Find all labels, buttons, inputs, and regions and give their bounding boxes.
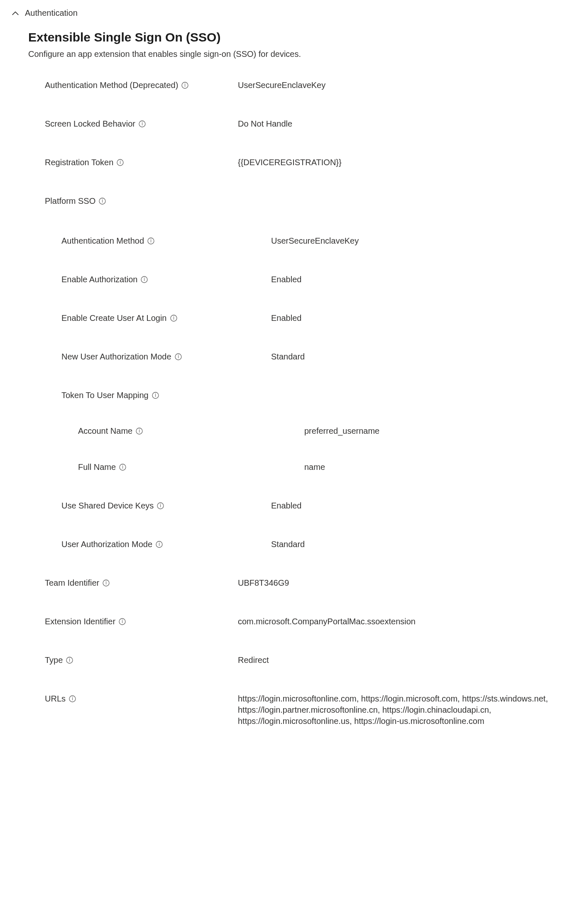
info-icon[interactable]: i <box>157 502 164 509</box>
info-icon[interactable]: i <box>66 657 73 664</box>
svg-text:i: i <box>139 428 140 434</box>
info-icon[interactable]: i <box>139 120 146 127</box>
svg-text:i: i <box>72 696 73 702</box>
info-icon[interactable]: i <box>141 276 148 283</box>
svg-text:i: i <box>142 121 143 127</box>
registration-token-value: {{DEVICEREGISTRATION}} <box>238 157 570 168</box>
info-icon[interactable]: i <box>117 159 124 166</box>
psso-token-to-user-mapping-label: Token To User Mapping <box>61 390 149 401</box>
svg-text:i: i <box>159 541 160 547</box>
svg-text:i: i <box>184 82 186 88</box>
psso-use-shared-device-keys-value: Enabled <box>271 500 570 511</box>
auth-method-deprecated-value: UserSecureEnclaveKey <box>238 80 570 91</box>
svg-text:i: i <box>173 315 174 321</box>
section-authentication-label: Authentication <box>25 8 78 18</box>
chevron-up-icon <box>12 10 19 17</box>
svg-text:i: i <box>105 580 107 586</box>
psso-enable-authorization-value: Enabled <box>271 274 570 285</box>
info-icon[interactable]: i <box>170 315 177 322</box>
team-identifier-label: Team Identifier <box>45 577 99 588</box>
psso-user-authorization-mode-label: User Authorization Mode <box>61 539 152 550</box>
ttum-full-name-label: Full Name <box>78 462 116 472</box>
page-description: Configure an app extension that enables … <box>28 49 570 59</box>
platform-sso-label: Platform SSO <box>45 196 95 206</box>
psso-enable-create-user-label: Enable Create User At Login <box>61 313 167 323</box>
svg-text:i: i <box>160 503 161 508</box>
psso-new-user-auth-mode-value: Standard <box>271 351 570 362</box>
info-icon[interactable]: i <box>152 392 159 399</box>
urls-value: https://login.microsoftonline.com, https… <box>238 693 570 727</box>
team-identifier-value: UBF8T346G9 <box>238 577 570 589</box>
auth-method-deprecated-label: Authentication Method (Deprecated) <box>45 80 178 90</box>
page-title: Extensible Single Sign On (SSO) <box>28 30 570 44</box>
svg-text:i: i <box>102 198 103 204</box>
info-icon[interactable]: i <box>136 428 143 435</box>
info-icon[interactable]: i <box>99 198 106 205</box>
info-icon[interactable]: i <box>119 618 126 625</box>
svg-text:i: i <box>122 464 123 470</box>
urls-label: URLs <box>45 693 66 704</box>
info-icon[interactable]: i <box>181 82 188 89</box>
info-icon[interactable]: i <box>147 237 154 244</box>
svg-text:i: i <box>69 657 71 663</box>
svg-text:i: i <box>155 392 156 398</box>
ttum-account-name-value: preferred_username <box>304 425 570 437</box>
screen-locked-behavior-value: Do Not Handle <box>238 118 570 130</box>
svg-text:i: i <box>144 276 145 282</box>
type-label: Type <box>45 655 63 665</box>
info-icon[interactable]: i <box>119 464 126 471</box>
svg-text:i: i <box>178 354 179 359</box>
psso-new-user-auth-mode-label: New User Authorization Mode <box>61 351 171 362</box>
psso-use-shared-device-keys-label: Use Shared Device Keys <box>61 500 154 511</box>
screen-locked-behavior-label: Screen Locked Behavior <box>45 118 135 129</box>
extension-identifier-label: Extension Identifier <box>45 616 115 627</box>
psso-user-authorization-mode-value: Standard <box>271 539 570 550</box>
psso-auth-method-label: Authentication Method <box>61 235 144 246</box>
ttum-full-name-value: name <box>304 462 570 473</box>
section-authentication-toggle[interactable]: Authentication <box>12 8 570 18</box>
svg-text:i: i <box>150 238 152 244</box>
psso-auth-method-value: UserSecureEnclaveKey <box>271 235 570 247</box>
info-icon[interactable]: i <box>69 695 76 702</box>
info-icon[interactable]: i <box>103 579 110 587</box>
ttum-account-name-label: Account Name <box>78 425 132 436</box>
svg-text:i: i <box>122 618 123 624</box>
registration-token-label: Registration Token <box>45 157 113 168</box>
type-value: Redirect <box>238 655 570 666</box>
psso-enable-create-user-value: Enabled <box>271 313 570 324</box>
info-icon[interactable]: i <box>175 353 182 360</box>
extension-identifier-value: com.microsoft.CompanyPortalMac.ssoextens… <box>238 616 570 627</box>
info-icon[interactable]: i <box>156 541 163 548</box>
psso-enable-authorization-label: Enable Authorization <box>61 274 137 285</box>
svg-text:i: i <box>120 159 121 165</box>
